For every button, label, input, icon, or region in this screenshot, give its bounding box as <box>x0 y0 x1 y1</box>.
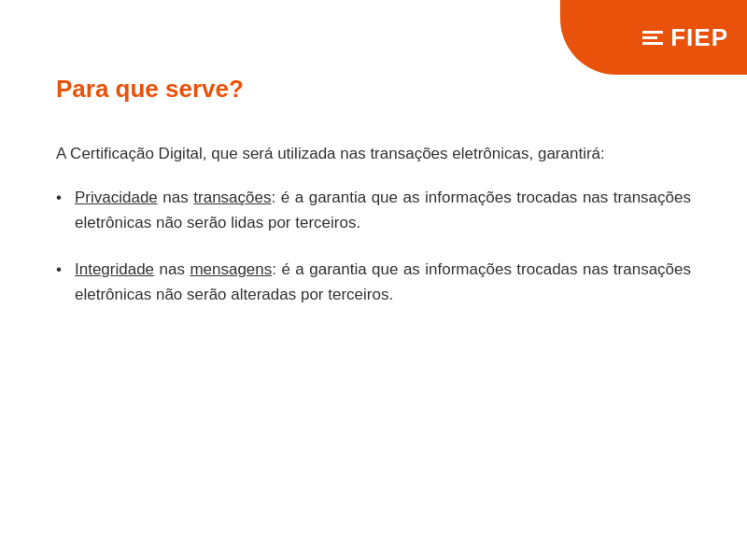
term-integridade: Integridade <box>75 260 154 278</box>
main-content: Para que serve? A Certificação Digital, … <box>56 75 691 523</box>
connector-2: nas <box>154 260 190 278</box>
list-item: Integridade nas mensagens: é a garantia … <box>56 257 691 307</box>
fiep-logo-text: FIEP <box>670 23 728 52</box>
connector-1: nas <box>158 189 193 206</box>
page-title: Para que serve? <box>56 75 691 104</box>
intro-paragraph: A Certificação Digital, que será utiliza… <box>56 141 691 166</box>
fiep-logo: FIEP <box>642 23 728 52</box>
term-transacoes: transações <box>193 189 271 206</box>
term-mensagens: mensagens <box>190 260 272 278</box>
bullet-list: Privacidade nas transações: é a garantia… <box>56 185 691 307</box>
header-decoration: FIEP <box>560 0 747 75</box>
fiep-icon <box>642 31 663 45</box>
term-privacidade: Privacidade <box>75 189 158 206</box>
list-item: Privacidade nas transações: é a garantia… <box>56 185 691 235</box>
